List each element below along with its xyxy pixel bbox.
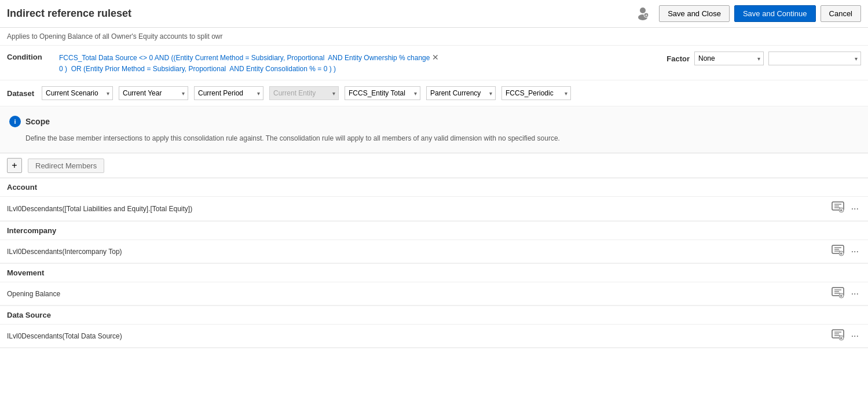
factor-select[interactable]: None Factor1 Factor2 xyxy=(694,51,764,65)
movement-row: Opening Balance + ··· xyxy=(0,282,868,305)
currency-select-wrapper[interactable]: Parent Currency xyxy=(426,86,496,100)
scope-section: i Scope Define the base member intersect… xyxy=(0,106,868,153)
account-group-header: Account xyxy=(0,178,868,197)
datasource-row-text: ILvl0Descendants(Total Data Source) xyxy=(7,332,832,340)
save-continue-button[interactable]: Save and Continue xyxy=(734,5,816,22)
periodic-select-wrapper[interactable]: FCCS_Periodic xyxy=(501,86,571,100)
condition-text-block: FCCS_Total Data Source <> 0 AND ((Entity… xyxy=(59,51,655,74)
cancel-button[interactable]: Cancel xyxy=(821,5,861,22)
dataset-row: Dataset Current Scenario Current Year Cu… xyxy=(0,80,868,106)
datasource-member-icon[interactable]: + xyxy=(832,329,844,343)
save-close-button[interactable]: Save and Close xyxy=(659,5,730,22)
year-select[interactable]: Current Year xyxy=(119,86,188,100)
account-row-text: ILvl0Descendants([Total Liabilities and … xyxy=(7,205,832,213)
datasource-group-header: Data Source xyxy=(0,306,868,325)
account-group: Account ILvl0Descendants([Total Liabilit… xyxy=(0,178,868,222)
header-actions: + Save and Close Save and Continue Cance… xyxy=(635,5,861,23)
condition-row: Condition FCCS_Total Data Source <> 0 AN… xyxy=(0,46,868,80)
info-icon: i xyxy=(9,116,21,127)
view-select[interactable]: FCCS_Entity Total xyxy=(345,86,420,100)
movement-row-text: Opening Balance xyxy=(7,290,832,298)
svg-text:+: + xyxy=(840,294,842,298)
intercompany-group: Intercompany ILvl0Descendants(Intercompa… xyxy=(0,222,868,264)
intercompany-kebab-menu[interactable]: ··· xyxy=(849,245,861,258)
movement-group: Movement Opening Balance + ··· xyxy=(0,264,868,306)
entity-select: Current Entity xyxy=(269,86,339,100)
account-kebab-menu[interactable]: ··· xyxy=(849,203,861,215)
year-select-wrapper[interactable]: Current Year xyxy=(119,86,188,100)
subtitle: Applies to Opening Balance of all Owner'… xyxy=(0,28,868,46)
svg-point-0 xyxy=(640,8,646,13)
datasource-kebab-menu[interactable]: ··· xyxy=(849,330,861,343)
account-row: ILvl0Descendants([Total Liabilities and … xyxy=(0,197,868,221)
user-icon[interactable]: + xyxy=(635,5,651,23)
intercompany-group-header: Intercompany xyxy=(0,222,868,240)
period-select-wrapper[interactable]: Current Period xyxy=(194,86,263,100)
view-select-wrapper[interactable]: FCCS_Entity Total xyxy=(345,86,420,100)
redirect-members-button[interactable]: Redirect Members xyxy=(28,159,104,173)
condition-delete-inline[interactable]: ✕ xyxy=(432,53,439,62)
scope-title: Scope xyxy=(25,117,50,126)
factor-section: Factor None Factor1 Factor2 xyxy=(666,51,861,65)
intercompany-row-text: ILvl0Descendants(Intercompany Top) xyxy=(7,248,832,256)
factor-second-select-wrapper[interactable] xyxy=(768,51,861,65)
add-button[interactable]: + xyxy=(7,158,22,173)
factor-label: Factor xyxy=(666,54,690,63)
account-group-label: Account xyxy=(7,183,37,192)
datasource-group: Data Source ILvl0Descendants(Total Data … xyxy=(0,306,868,348)
svg-text:+: + xyxy=(645,13,647,17)
datasource-row: ILvl0Descendants(Total Data Source) + ··… xyxy=(0,325,868,348)
movement-member-icon[interactable]: + xyxy=(832,287,844,300)
currency-select[interactable]: Parent Currency xyxy=(426,86,496,100)
condition-label: Condition xyxy=(7,51,47,61)
table-section: Account ILvl0Descendants([Total Liabilit… xyxy=(0,178,868,348)
datasource-group-label: Data Source xyxy=(7,311,51,319)
entity-select-wrapper: Current Entity xyxy=(269,86,339,100)
scope-header: i Scope xyxy=(9,116,859,127)
intercompany-row: ILvl0Descendants(Intercompany Top) + ··· xyxy=(0,240,868,263)
movement-row-actions: + ··· xyxy=(832,287,861,300)
movement-group-header: Movement xyxy=(0,264,868,282)
account-member-icon[interactable]: + xyxy=(832,201,844,216)
svg-text:+: + xyxy=(840,208,842,212)
period-select[interactable]: Current Period xyxy=(194,86,263,100)
scenario-select-wrapper[interactable]: Current Scenario xyxy=(42,86,113,100)
movement-kebab-menu[interactable]: ··· xyxy=(849,288,861,300)
intercompany-member-icon[interactable]: + xyxy=(832,245,844,258)
scope-description: Define the base member intersections to … xyxy=(25,133,859,143)
page-title: Indirect reference ruleset xyxy=(7,8,635,20)
factor-second-select[interactable] xyxy=(768,51,861,65)
svg-text:+: + xyxy=(840,336,842,340)
svg-text:+: + xyxy=(840,252,842,256)
condition-text: FCCS_Total Data Source <> 0 AND ((Entity… xyxy=(59,54,439,73)
dataset-label: Dataset xyxy=(7,89,36,98)
factor-select-wrapper[interactable]: None Factor1 Factor2 xyxy=(694,51,764,65)
toolbar-row: + Redirect Members xyxy=(0,153,868,178)
account-row-actions: + ··· xyxy=(832,201,861,216)
datasource-row-actions: + ··· xyxy=(832,329,861,343)
scenario-select[interactable]: Current Scenario xyxy=(42,86,113,100)
periodic-select[interactable]: FCCS_Periodic xyxy=(501,86,571,100)
movement-group-label: Movement xyxy=(7,268,44,277)
intercompany-row-actions: + ··· xyxy=(832,245,861,258)
intercompany-group-label: Intercompany xyxy=(7,226,56,235)
page-header: Indirect reference ruleset + Save and Cl… xyxy=(0,0,868,28)
